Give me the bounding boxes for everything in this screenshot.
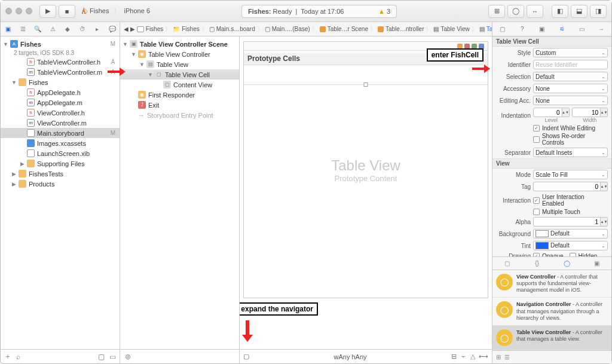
- close-icon[interactable]: [5, 8, 12, 14]
- attributes-inspector[interactable]: Table View Cell StyleCustom⌄ IdentifierR…: [492, 36, 611, 363]
- nav-item[interactable]: Images.xcassets: [1, 138, 120, 148]
- accessory-select[interactable]: None⌄: [533, 84, 608, 93]
- style-select[interactable]: Custom⌄: [533, 48, 608, 57]
- indent-width-stepper[interactable]: ▲▼: [572, 108, 608, 117]
- nav-item[interactable]: ▶Supporting Files: [1, 158, 120, 169]
- library-grid-icon[interactable]: ⊞: [496, 354, 501, 360]
- library-item[interactable]: ◯View Controller - A controller that sup…: [492, 270, 611, 298]
- align-button[interactable]: ⊟: [451, 353, 457, 360]
- identity-inspector-icon[interactable]: ▣: [538, 26, 546, 32]
- storyboard-canvas[interactable]: Prototype Cells Table View Prototype Con…: [240, 36, 492, 349]
- tableview-watermark: Table View Prototype Content: [331, 157, 400, 183]
- titlebar: ▶ ■ ⛺︎ Fishes 〉 iPhone 6 Fishes: Ready |…: [1, 1, 611, 22]
- outline-cell[interactable]: Table View Cell: [165, 71, 210, 78]
- issue-navigator-icon[interactable]: ⚠: [48, 25, 57, 33]
- selection-select[interactable]: Default⌄: [533, 72, 608, 81]
- annotation-expand-navigator: click this to expand the navigator: [240, 302, 318, 316]
- shows-reorder-checkbox[interactable]: [533, 136, 540, 143]
- breakpoint-navigator-icon[interactable]: ▸: [93, 25, 102, 33]
- connections-inspector-icon[interactable]: →: [597, 26, 605, 32]
- toggle-inspector-button[interactable]: ◨: [590, 5, 607, 18]
- attributes-inspector-icon[interactable]: ⚟: [558, 26, 566, 32]
- prototype-cell[interactable]: [244, 65, 488, 85]
- project-navigator[interactable]: ▼AFishesM2 targets, iOS SDK 8.3hTableVie…: [1, 36, 120, 363]
- outline-exit[interactable]: Exit: [148, 102, 159, 109]
- indent-level-stepper[interactable]: ▲▼: [533, 108, 570, 117]
- object-library[interactable]: ▢ {} ◯ ▣ ◯View Controller - A controller…: [492, 256, 611, 364]
- library-item[interactable]: ◯Navigation Controller - A controller th…: [492, 298, 611, 326]
- help-inspector-icon[interactable]: ?: [518, 26, 527, 32]
- size-inspector-icon[interactable]: ▭: [577, 26, 586, 32]
- background-select[interactable]: Default⌄: [533, 229, 608, 238]
- resolve-button[interactable]: △: [470, 353, 475, 360]
- test-navigator-icon[interactable]: ◆: [63, 25, 72, 33]
- scene-frame[interactable]: Prototype Cells Table View Prototype Con…: [243, 41, 488, 298]
- multiple-touch-checkbox[interactable]: [533, 209, 540, 215]
- size-class-control[interactable]: wAny hAny: [254, 353, 446, 360]
- nav-item[interactable]: hViewController.h: [1, 108, 120, 118]
- toggle-outline-button[interactable]: ▢: [243, 353, 249, 360]
- filter-scm-icon[interactable]: ▢: [98, 353, 105, 361]
- report-navigator-icon[interactable]: 💬: [108, 25, 117, 33]
- symbol-navigator-icon[interactable]: ☰: [19, 25, 27, 33]
- stop-button[interactable]: ■: [59, 5, 75, 18]
- pin-button[interactable]: ⫟: [460, 353, 467, 360]
- library-list-icon[interactable]: ☰: [504, 354, 510, 360]
- resizing-button[interactable]: ⟷: [479, 353, 488, 360]
- outline-contentview[interactable]: Content View: [173, 81, 212, 88]
- debug-navigator-icon[interactable]: ⏱: [78, 25, 87, 33]
- editor-assistant-button[interactable]: ◯: [507, 5, 524, 18]
- outline-tableview[interactable]: Table View: [157, 61, 188, 68]
- find-navigator-icon[interactable]: 🔍: [33, 25, 42, 33]
- project-navigator-icon[interactable]: ▣: [4, 25, 12, 33]
- outline-first-responder[interactable]: First Responder: [148, 91, 195, 99]
- minimize-icon[interactable]: [16, 8, 22, 14]
- indent-while-editing-checkbox[interactable]: ✓: [533, 125, 540, 131]
- editing-accessory-select[interactable]: None⌄: [533, 96, 608, 105]
- resize-handle[interactable]: [364, 82, 368, 87]
- tag-stepper[interactable]: ▲▼: [533, 182, 608, 191]
- code-snippet-library-icon[interactable]: {}: [533, 260, 541, 267]
- nav-item[interactable]: hAppDelegate.h: [1, 87, 120, 97]
- nav-item[interactable]: mTableViewController.mA: [1, 67, 120, 77]
- nav-item[interactable]: mAppDelegate.m: [1, 97, 120, 108]
- project-row[interactable]: ▼AFishesM: [1, 39, 120, 49]
- mode-select[interactable]: Scale To Fill⌄: [533, 170, 608, 179]
- jump-bar[interactable]: ◀ ▶ AFishes〉 📁 Fishes〉 ▢ Main.s…board〉 ▢…: [120, 22, 492, 36]
- nav-item[interactable]: hTableViewController.hA: [1, 57, 120, 67]
- library-item[interactable]: ◯Table View Controller - A controller th…: [492, 326, 611, 350]
- nav-item[interactable]: LaunchScreen.xib: [1, 148, 120, 158]
- file-template-library-icon[interactable]: ▢: [503, 260, 512, 267]
- editor-version-button[interactable]: ↔: [527, 5, 543, 18]
- filter-recent-icon[interactable]: ⌕: [16, 353, 20, 361]
- separator-select[interactable]: Default Insets⌄: [533, 148, 608, 157]
- outline-scene[interactable]: Table View Controller Scene: [140, 41, 228, 48]
- toggle-navigator-button[interactable]: ◧: [552, 5, 568, 18]
- outline-filter-icon[interactable]: ⊚: [125, 353, 131, 361]
- tint-select[interactable]: Default⌄: [533, 241, 608, 250]
- scheme-picker[interactable]: ⛺︎ Fishes 〉 iPhone 6: [81, 7, 150, 16]
- zoom-icon[interactable]: [26, 8, 32, 14]
- nav-item[interactable]: ▶Products: [1, 179, 120, 189]
- filter-icon[interactable]: ▭: [109, 353, 116, 361]
- nav-item[interactable]: mViewController.m: [1, 118, 120, 128]
- navigator-tabs[interactable]: ▣ ☰ 🔍 ⚠ ◆ ⏱ ▸ 💬: [1, 22, 120, 36]
- outline-controller[interactable]: Table View Controller: [148, 51, 210, 58]
- file-inspector-icon[interactable]: ▢: [498, 26, 507, 32]
- object-library-icon[interactable]: ◯: [562, 260, 571, 267]
- user-interaction-checkbox[interactable]: ✓: [533, 197, 540, 204]
- document-outline[interactable]: ▼▣Table View Controller Scene ▼◉Table Vi…: [120, 36, 240, 363]
- editor-standard-button[interactable]: ⊞: [488, 5, 505, 18]
- window-controls[interactable]: [5, 8, 32, 14]
- inspector-tabs[interactable]: ▢ ? ▣ ⚟ ▭ →: [492, 22, 611, 36]
- add-button[interactable]: ＋: [4, 351, 11, 362]
- arrow-down-icon: [242, 320, 253, 342]
- toggle-debug-button[interactable]: ⬓: [571, 5, 587, 18]
- nav-item[interactable]: ▶FishesTests: [1, 169, 120, 179]
- nav-item[interactable]: Main.storyboardM: [1, 128, 120, 138]
- media-library-icon[interactable]: ▣: [592, 260, 601, 267]
- identifier-field[interactable]: Reuse Identifier: [533, 60, 608, 69]
- run-button[interactable]: ▶: [39, 5, 56, 18]
- alpha-stepper[interactable]: ▲▼: [533, 217, 608, 227]
- nav-item[interactable]: ▼Fishes: [1, 77, 120, 87]
